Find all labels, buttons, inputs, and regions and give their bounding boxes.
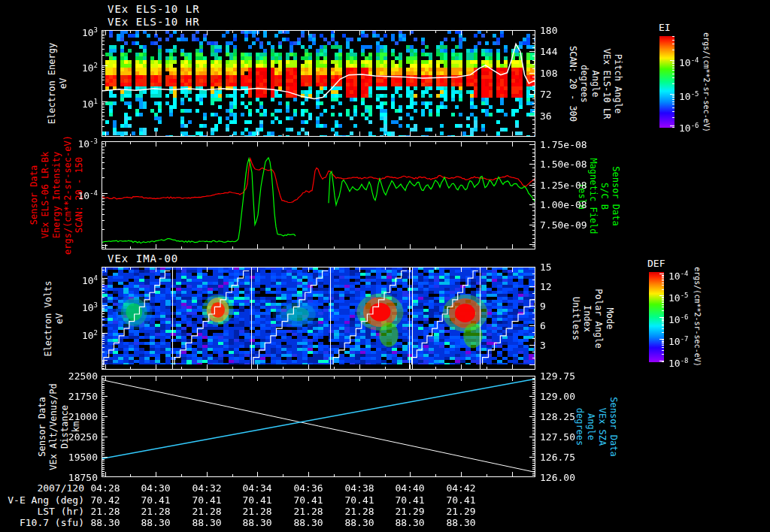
axis-title-line: Electron Volts: [43, 262, 54, 375]
axis-title-line: Polar Angle: [593, 262, 604, 375]
panel1-title-line2: VEx ELS-10 HR: [108, 16, 200, 28]
axis-title-line: VEx Alt/Venus/Pd: [48, 370, 59, 483]
table-value: 88.30: [232, 517, 282, 528]
table-row-label: V-E Ang (deg): [0, 494, 84, 506]
intensity-bfield-canvas: [102, 141, 535, 249]
table-value: 70.41: [436, 494, 486, 506]
time-label: 04:30: [131, 482, 180, 494]
axis-title-line: Energy Intensity: [51, 131, 62, 259]
axis-title-line: km: [71, 370, 82, 483]
axis-title-line: Distance: [59, 370, 71, 483]
colorbar-tick-label: 10-4: [668, 268, 689, 282]
time-label: 04:40: [385, 482, 435, 494]
table-value: 21.28: [335, 506, 384, 517]
colorbar-tick-label: 10-5: [668, 290, 689, 304]
def-colorbar-label: DEF: [647, 258, 665, 269]
table-value: 88.30: [385, 517, 435, 528]
table-value: 88.30: [80, 517, 130, 528]
p4-right-axis-title: Sensor Data VEx SZA Angle degrees: [574, 370, 619, 483]
axis-title-line: eV: [54, 262, 65, 375]
p3-right-axis-title: Mode Polar Angle Index Unitless: [570, 262, 615, 375]
table-row-label: F10.7 (sfu): [0, 517, 84, 528]
axis-title-line: Sensor Data: [608, 370, 619, 483]
table-value: 88.30: [182, 517, 232, 528]
axis-title-line: ergs/(cm**2-sr-sec-eV): [62, 131, 74, 259]
axis-title-line: Sensor Data: [29, 131, 40, 259]
table-row-label: LST (hr): [0, 506, 84, 517]
table-value: 88.30: [283, 517, 333, 528]
table-value: 88.30: [436, 517, 486, 528]
axis-title-line: Magnetic Field: [587, 140, 599, 252]
panel1-title-line1: VEx ELS-10 LR: [108, 3, 200, 15]
axis-title-line: Angle: [585, 370, 596, 483]
table-value: 21.28: [182, 506, 232, 517]
table-value: 21.28: [283, 506, 333, 517]
axis-title-line: Pitch Angle: [612, 28, 623, 141]
table-value: 88.30: [335, 517, 384, 528]
axis-title-line: Sensor Data: [610, 140, 621, 252]
p2-right-axis-title: Sensor Data S/C B Magnetic Field Tesla: [576, 140, 621, 252]
table-value: 21.28: [80, 506, 130, 517]
def-colorbar-units: ergs/(cm**2-sr-sec-eV): [692, 253, 703, 381]
alt-sza-canvas: [102, 376, 535, 477]
time-label: 04:36: [283, 482, 333, 494]
axis-title-line: SCAN: 20 - 300: [567, 28, 578, 141]
axis-title-line: Sensor Data: [37, 370, 48, 483]
axis-title-line: eV: [58, 27, 69, 140]
table-value: 70.41: [283, 494, 333, 506]
p3-left-axis-title: Electron Volts eV: [43, 262, 65, 375]
axis-title-line: Index: [581, 262, 593, 375]
table-value: 70.41: [385, 494, 435, 506]
colorbar-tick-label: 10-6: [668, 312, 689, 325]
axis-title-line: VEx ELS-06 LR-Bk: [40, 131, 51, 259]
date-label: 2007/120: [0, 482, 84, 494]
axis-title-line: degrees: [574, 370, 585, 483]
colorbar-tick-label: 10-5: [679, 89, 699, 102]
plot-window: VEx ELS-10 LR VEx ELS-10 HR VEx IMA-00 E…: [0, 0, 770, 532]
table-value: 70.41: [131, 494, 180, 506]
table-value: 70.41: [335, 494, 384, 506]
p2-left-axis-title: Sensor Data VEx ELS-06 LR-Bk Energy Inte…: [29, 131, 85, 259]
table-value: 21.29: [385, 506, 435, 517]
axis-title-line: degrees: [578, 28, 590, 141]
ei-colorbar-units: ergs/(cm**2-sr-sec-eV): [701, 19, 712, 147]
colorbar-tick-label: 10-7: [668, 334, 689, 347]
colorbar-tick-label: 10-8: [668, 355, 689, 369]
axis-title-line: Electron Energy: [47, 27, 58, 140]
axis-title-line: VEx SZA: [596, 370, 608, 483]
table-value: 21.28: [232, 506, 282, 517]
table-value: 21.29: [436, 506, 486, 517]
table-value: 88.30: [131, 517, 180, 528]
ei-colorbar: [659, 36, 675, 128]
time-label: 04:42: [436, 482, 486, 494]
axis-title-line: S/C B: [599, 140, 610, 252]
p4-left-axis-title: Sensor Data VEx Alt/Venus/Pd Distance km: [37, 370, 82, 483]
time-label: 04:38: [335, 482, 384, 494]
table-value: 70.41: [182, 494, 232, 506]
time-label: 04:34: [232, 482, 282, 494]
time-label: 04:28: [80, 482, 130, 494]
axis-title-line: Angle: [590, 28, 601, 141]
ima-spectrogram-canvas: [102, 267, 535, 370]
p1-right-axis-title: Pitch Angle VEx ELS-10 LR Angle degrees …: [567, 28, 623, 141]
axis-title-line: SCAN: 20 - 150: [74, 131, 85, 259]
table-value: 70.41: [232, 494, 282, 506]
table-value: 21.28: [131, 506, 180, 517]
axis-title-line: Mode: [604, 262, 615, 375]
time-label: 04:32: [182, 482, 232, 494]
p1-left-axis-title: Electron Energy eV: [47, 27, 69, 140]
ei-colorbar-label: EI: [659, 22, 671, 33]
axis-title-line: Unitless: [570, 262, 581, 375]
colorbar-tick-label: 10-4: [679, 55, 699, 68]
table-value: 70.42: [80, 494, 130, 506]
axis-title-line: VEx ELS-10 LR: [601, 28, 612, 141]
colorbar-tick-label: 10-6: [679, 120, 699, 134]
def-colorbar: [649, 272, 664, 362]
els-spectrogram-canvas: [102, 30, 535, 137]
panel3-title: VEx IMA-00: [108, 252, 178, 264]
axis-title-line: Tesla: [576, 140, 587, 252]
